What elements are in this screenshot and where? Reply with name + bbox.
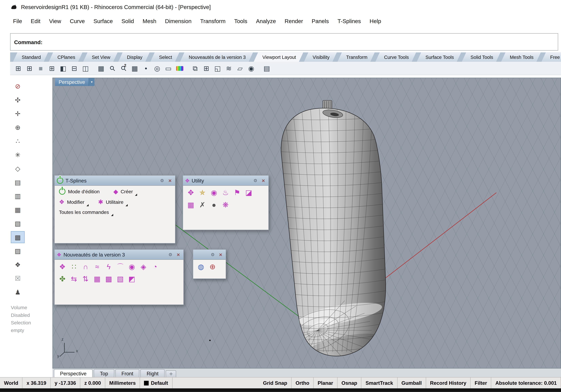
toolbar-tab[interactable]: Set View [83,52,118,62]
tilt-box-icon[interactable]: ◩ [127,274,137,284]
blue-wire-sphere-icon[interactable]: ◍ [196,262,206,271]
corner-curve-icon[interactable]: ⌒ [115,262,125,271]
pin-icon[interactable]: ✛ [11,108,25,120]
gear-flower-icon[interactable]: ❋ [221,200,230,209]
cancel-icon[interactable]: ⊘ [11,80,25,92]
cage-box-2-icon[interactable]: ▥ [11,190,25,202]
close-icon[interactable]: × [167,177,173,184]
close-icon[interactable]: × [260,177,266,184]
display-screen-icon[interactable]: ▭ [163,63,174,73]
coord-z[interactable]: z 0.000 [80,378,105,388]
blob-icon[interactable]: ● [209,200,219,209]
magnet-icon[interactable]: ∩ [81,262,90,271]
coord-y[interactable]: y -17.336 [51,378,80,388]
mini-panel-titlebar[interactable]: ⚙ × [193,250,226,260]
weld-grid-icon[interactable]: ▦ [92,274,102,284]
close-icon[interactable]: × [218,251,224,258]
viewport-window-grid-icon[interactable]: ▦ [96,63,106,73]
viewport-tab-front[interactable]: Front [115,369,139,378]
toolbar-tab[interactable]: Viewport Layout [254,52,303,62]
viewport-title-tab[interactable]: Perspective ▾ [55,78,95,86]
menu-item[interactable]: Mesh [143,18,156,25]
molecule-branch-icon[interactable]: ❖ [58,262,67,271]
toolbar-icon[interactable] [257,63,261,73]
uv-arrows-icon[interactable]: ⇆ [69,274,79,284]
toolbar-tab[interactable]: Visibility [304,52,337,62]
viewport-tab-top[interactable]: Top [94,369,114,378]
ortho-toggle[interactable]: Ortho [291,378,314,388]
record-history-toggle[interactable]: Record History [426,378,471,388]
filter-toggle[interactable]: Filter [471,378,491,388]
jack-icon[interactable]: ✳ [11,149,25,161]
nouveautes-panel-titlebar[interactable]: ❖ Nouveautés de la version 3 ⚙ × [54,250,183,260]
toolbar-tab[interactable]: Nouveautés de la version 3 [180,52,253,62]
propeller-icon[interactable]: ✣ [11,94,25,106]
pie-icon[interactable]: ◔ [150,262,160,271]
gumball-toggle[interactable]: Gumball [398,378,426,388]
float-viewport-icon[interactable]: ≋ [224,63,234,73]
viewport-tab-right[interactable]: Right [140,369,164,378]
molecule-icon[interactable]: ∴ [11,135,25,147]
gear-icon[interactable]: ⚙ [210,252,216,257]
new-floating-viewport-icon[interactable]: ⧉ [190,63,201,73]
extrude-steam-icon[interactable]: ♨ [221,187,230,197]
menu-item[interactable]: Surface [93,18,113,25]
toolbar-icon[interactable] [186,63,189,73]
menu-item[interactable]: Panels [312,18,329,25]
utility-button[interactable]: ✱ Utilitaire [98,199,128,205]
tsplines-panel-titlebar[interactable]: T-Splines ⚙ × [54,175,175,186]
viewport-layout-icon[interactable]: ⊞ [201,63,212,73]
viewport-tab-extra[interactable]: ✛ [166,370,176,378]
viewport-title[interactable]: Perspective [55,78,89,86]
grid-snap-toggle[interactable]: Grid Snap [259,378,291,388]
absolute-tolerance[interactable]: Absolute tolerance: 0.001 [491,378,561,388]
projector-icon[interactable]: ◉ [246,63,257,73]
dock-viewport-icon[interactable]: ◱ [212,63,223,73]
grid-plane-icon[interactable]: ▦ [186,200,196,209]
planar-toggle[interactable]: Planar [313,378,337,388]
toolbar-tab[interactable]: Surface Tools [417,52,461,62]
layer-indicator[interactable]: Default [140,378,173,388]
zoom-2-icon[interactable]: ⚲ 2 [118,63,129,73]
rotate-star-icon[interactable]: ✯ [197,187,207,197]
toolbar-icon[interactable] [91,63,95,73]
zoom-icon[interactable]: ⚲ [107,63,118,73]
wave-surface-icon[interactable]: ≈ [92,262,102,271]
menu-item[interactable]: Tools [234,18,248,25]
grab-icon[interactable]: ✤ [58,274,67,284]
coord-x[interactable]: x 36.319 [22,378,51,388]
droplet-icon[interactable]: ◎ [152,63,162,73]
cage-box-3-icon[interactable]: ▦ [11,204,25,216]
toolbar-tab[interactable]: Curve Tools [375,52,416,62]
cage-box-selected-icon[interactable]: ▩ [11,231,25,243]
wire-box-icon[interactable]: ◇ [11,163,25,175]
modify-button[interactable]: ❖ Modifier [59,199,89,205]
viewport-tab-perspective[interactable]: Perspective [54,369,93,378]
menu-item[interactable]: Analyze [256,18,276,25]
gear-icon[interactable]: ⚙ [168,252,173,257]
osnap-toggle[interactable]: Osnap [337,378,362,388]
person-icon[interactable]: ♟ [11,286,25,298]
cage-box-4-icon[interactable]: ▧ [11,217,25,229]
tilt-grid-icon[interactable]: ▧ [115,274,125,284]
point-grid-icon[interactable]: ∷ [69,262,79,271]
menu-item[interactable]: Solid [121,18,134,25]
edit-mode-button[interactable]: Mode d'édition [59,188,104,195]
viewport-rows-icon[interactable]: ⊟ [69,63,80,73]
smarttrack-toggle[interactable]: SmartTrack [362,378,398,388]
toolbar-tab[interactable]: Mesh Tools [501,52,541,62]
skew-plane-icon[interactable]: ◪ [244,187,254,197]
sphere-poly-icon[interactable]: ◉ [209,187,219,197]
toolbar-tab[interactable]: Standard [13,52,48,62]
open-layout-icon[interactable]: ▱ [235,63,245,73]
menu-item[interactable]: Transform [200,18,226,25]
red-wire-sphere-icon[interactable]: ⊕ [208,262,217,271]
count-arrows-icon[interactable]: ⇅ [81,274,90,284]
checker-icon[interactable]: ▨ [11,245,25,257]
menu-item[interactable]: Help [369,18,381,25]
toolbar-tab[interactable]: Display [118,52,150,62]
menu-item[interactable]: File [13,18,22,25]
toolbar-tab[interactable]: Transform [337,52,375,62]
utility-panel-titlebar[interactable]: ✥ Utility ⚙ × [183,175,268,186]
menu-item[interactable]: T-Splines [337,18,361,25]
